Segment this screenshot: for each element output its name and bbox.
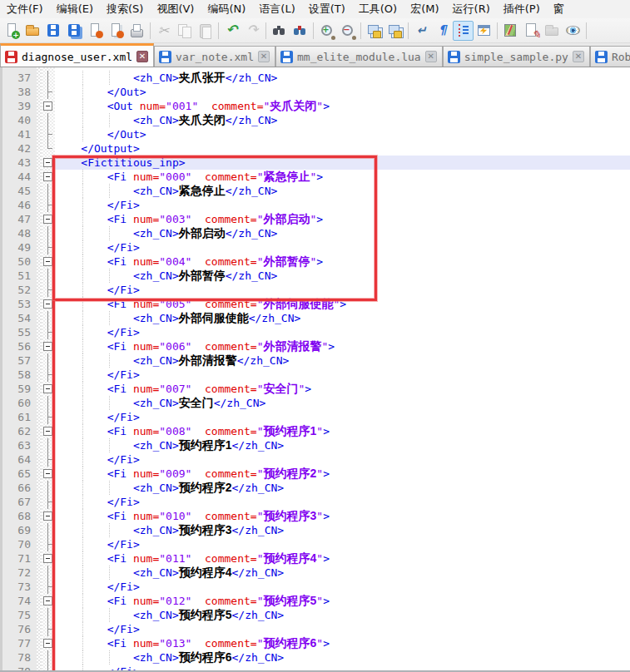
fold-line [47,113,48,127]
code-line[interactable]: <Fi num="006" comment="外部清报警"> [55,339,630,353]
fold-collapse-box[interactable] [43,257,52,266]
code-line[interactable]: <zh_CN>外部清报警</zh_CN> [55,353,630,368]
code-line[interactable]: <Fi num="013" comment="预约程序6"> [55,636,630,650]
fold-collapse-box[interactable] [43,511,52,521]
code-line[interactable]: <zh_CN>预约程序6</zh_CN> [55,650,630,665]
close-file-button[interactable] [85,21,106,41]
code-line[interactable]: </Fi> [55,325,630,339]
redo-button[interactable] [242,21,263,41]
menu-item-9[interactable]: 宏(M) [404,0,445,18]
menu-item-3[interactable]: 搜索(S) [100,0,150,18]
fold-collapse-box[interactable] [43,469,52,478]
fold-collapse-box[interactable] [43,596,52,605]
code-line[interactable]: <Fi num="010" comment="预约程序3"> [55,509,630,523]
xml-attribute: num [133,340,152,353]
code-line[interactable]: </Fi> [55,622,630,636]
menu-item-8[interactable]: 工具(O) [352,0,404,18]
paste-button[interactable] [195,21,216,41]
tab-close-button[interactable]: ✕ [136,51,148,62]
print-button[interactable] [126,21,147,41]
code-line[interactable]: </Fi> [55,537,630,551]
code-line[interactable]: <zh_CN>夹爪张开</zh_CN> [55,71,630,85]
code-line[interactable]: <zh_CN>外部伺服使能</zh_CN> [55,311,630,325]
menu-item-7[interactable]: 设置(T) [302,0,352,18]
save-file-button[interactable] [43,21,64,41]
show-all-chars-button[interactable] [432,21,453,41]
fold-collapse-box[interactable] [43,342,52,351]
code-line[interactable]: </Output> [55,141,630,156]
code-line[interactable]: <zh_CN>预约程序3</zh_CN> [55,523,630,537]
code-line[interactable]: </Out> [55,85,630,99]
fold-collapse-box[interactable] [43,554,52,563]
macro-record-button[interactable] [521,21,542,41]
code-line[interactable]: <Fi num="007" comment="安全门"> [55,382,630,396]
project-folder-button[interactable] [542,21,563,41]
tab-close-button[interactable]: ✕ [258,51,270,62]
copy-button[interactable] [174,21,195,41]
code-line[interactable]: <zh_CN>预约程序5</zh_CN> [55,608,630,622]
indent-guide-button[interactable] [453,21,474,41]
zoom-in-button[interactable] [316,21,337,41]
menu-item-1[interactable]: 文件(F) [0,0,50,18]
monitoring-button[interactable] [563,21,583,41]
undo-button[interactable] [221,21,242,41]
tab-close-button[interactable]: ✕ [573,51,584,62]
fold-collapse-box[interactable] [43,299,52,309]
function-list-button[interactable] [474,21,494,41]
code-line[interactable]: </Out> [55,127,630,141]
find-button[interactable] [269,21,290,41]
code-line[interactable]: <Out num="001" comment="夹爪关闭"> [55,99,630,113]
code-line[interactable]: <zh_CN>预约程序4</zh_CN> [55,566,630,580]
fold-cell[interactable] [42,99,55,113]
menu-item-4[interactable]: 视图(V) [150,0,201,18]
fold-collapse-box[interactable] [43,172,52,181]
replace-button[interactable] [290,21,310,41]
menu-item-12[interactable]: 窗 [547,0,571,18]
code-line[interactable]: <Fi num="011" comment="预约程序4"> [55,551,630,566]
tab-var_note.xml[interactable]: var_note.xml✕ [154,46,275,67]
code-line[interactable]: </Fi> [55,452,630,467]
code-line[interactable]: <zh_CN>安全门</zh_CN> [55,396,630,410]
tab-mm_elite_module.lua[interactable]: mm_elite_module.lua✕ [275,46,443,67]
tab-diagnose_user.xml[interactable]: diagnose_user.xml✕ [0,43,154,67]
open-file-button[interactable] [22,21,43,41]
tab-simple_sample.py[interactable]: simple_sample.py✕ [443,46,590,67]
menu-item-5[interactable]: 编码(N) [201,0,252,18]
tab-Rob[interactable]: Rob [590,46,630,67]
code-line[interactable]: <Fi num="008" comment="预约程序1"> [55,424,630,438]
code-line[interactable]: <zh_CN>夹爪关闭</zh_CN> [55,113,630,127]
fold-collapse-box[interactable] [43,215,52,224]
editor[interactable]: 3738394041424344454647484950515253545556… [0,67,630,672]
menu-item-11[interactable]: 插件(P) [497,0,547,18]
code-line[interactable]: <zh_CN>预约程序2</zh_CN> [55,481,630,495]
code-line[interactable]: </Fi> [55,410,630,424]
indent-whitespace [55,354,133,367]
sync-vertical-button[interactable] [364,21,384,41]
document-map-button[interactable] [500,21,521,41]
fold-collapse-box[interactable] [43,158,52,167]
code-line[interactable]: <zh_CN>预约程序1</zh_CN> [55,438,630,452]
code-line[interactable]: <Fi num="009" comment="预约程序2"> [55,467,630,481]
fold-line [47,226,48,240]
fold-collapse-box[interactable] [43,384,52,393]
fold-collapse-box[interactable] [43,101,52,111]
fold-collapse-box[interactable] [43,427,52,436]
cut-button[interactable] [153,21,174,41]
tab-close-button[interactable]: ✕ [425,51,437,62]
menu-item-10[interactable]: 运行(R) [446,0,497,18]
indent-whitespace [55,326,107,338]
zoom-out-button[interactable] [337,21,358,41]
word-wrap-button[interactable] [411,21,432,41]
menu-item-6[interactable]: 语言(L) [252,0,301,18]
close-all-button[interactable] [106,21,126,41]
code-line[interactable]: </Fi> [55,368,630,382]
code-line[interactable]: </Fi> [55,580,630,594]
fold-collapse-box[interactable] [43,639,52,648]
new-file-button[interactable] [2,21,22,41]
code-line[interactable]: <Fi num="012" comment="预约程序5"> [55,594,630,608]
save-all-button[interactable] [64,21,85,41]
menu-item-2[interactable]: 编辑(E) [50,0,100,18]
code-line[interactable]: </Fi> [55,495,630,509]
xml-tag: <zh_CN> [133,524,179,536]
sync-horizontal-button[interactable] [384,21,405,41]
